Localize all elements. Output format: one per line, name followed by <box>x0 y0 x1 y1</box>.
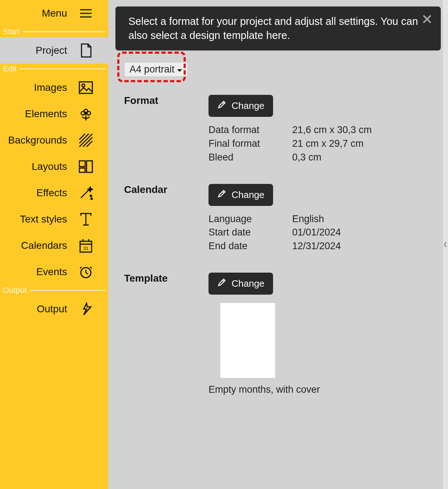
spark-icon <box>78 301 94 317</box>
sidebar-item-layouts[interactable]: Layouts <box>0 153 108 180</box>
hatch-icon <box>78 132 94 148</box>
data-format-value: 21,6 cm x 30,3 cm <box>292 123 372 137</box>
svg-point-4 <box>82 84 85 87</box>
svg-line-34 <box>223 280 224 282</box>
sidebar-item-backgrounds[interactable]: Backgrounds <box>0 127 108 153</box>
dropdown-selected: A4 portrait <box>129 64 175 75</box>
sidebar-item-label: Output <box>37 303 67 315</box>
svg-line-33 <box>223 191 224 193</box>
svg-point-18 <box>90 195 92 197</box>
menu-button[interactable]: Menu <box>0 0 108 26</box>
sidebar-item-elements[interactable]: Elements <box>0 101 108 127</box>
svg-line-9 <box>79 134 92 147</box>
template-thumbnail[interactable] <box>220 303 276 378</box>
end-date-label: End date <box>208 239 292 253</box>
section-output: Output <box>0 285 108 296</box>
svg-point-8 <box>85 112 87 114</box>
sidebar-item-calendars[interactable]: Calendars 31 <box>0 232 108 259</box>
section-edit: Edit <box>0 63 108 74</box>
clock-icon <box>78 264 94 280</box>
button-label: Change <box>232 189 264 201</box>
hamburger-icon <box>78 5 94 21</box>
layout-icon <box>78 159 94 175</box>
banner-text: Select a format for your project and adj… <box>128 16 418 41</box>
sidebar-item-label: Images <box>34 82 67 93</box>
button-label: Change <box>232 100 264 111</box>
right-collapse-handle[interactable] <box>442 0 448 489</box>
file-icon <box>78 43 94 58</box>
sidebar-item-effects[interactable]: Effects <box>0 180 108 206</box>
menu-label: Menu <box>42 8 67 19</box>
sidebar-item-output[interactable]: Output <box>0 296 108 322</box>
pencil-icon <box>217 278 227 290</box>
svg-text:31: 31 <box>83 246 88 251</box>
bleed-value: 0,3 cm <box>292 151 321 164</box>
section-start: Start <box>0 26 108 37</box>
close-icon[interactable] <box>422 14 432 24</box>
section-label: Output <box>3 286 27 295</box>
pencil-icon <box>217 100 227 112</box>
final-format-label: Final format <box>208 137 292 151</box>
svg-line-17 <box>81 190 89 198</box>
svg-rect-15 <box>87 161 92 172</box>
end-date-value: 12/31/2024 <box>292 239 341 253</box>
svg-line-29 <box>86 273 88 274</box>
section-label: Edit <box>3 64 17 74</box>
start-date-value: 01/01/2024 <box>292 226 341 239</box>
image-icon <box>78 80 94 96</box>
calendar-icon: 31 <box>78 238 94 254</box>
info-banner: Select a format for your project and adj… <box>115 6 441 50</box>
svg-rect-16 <box>79 168 85 172</box>
format-title: Format <box>124 95 208 164</box>
sidebar-item-text-styles[interactable]: Text styles <box>0 206 108 232</box>
sidebar-item-label: Elements <box>25 108 67 120</box>
data-format-label: Data format <box>208 123 292 137</box>
template-description: Empty months, with cover <box>208 384 434 395</box>
calendar-title: Calendar <box>124 184 208 253</box>
sidebar-item-label: Text styles <box>20 213 67 225</box>
sidebar-item-label: Events <box>36 266 67 278</box>
sidebar-item-images[interactable]: Images <box>0 74 108 101</box>
sidebar-item-label: Layouts <box>32 161 67 172</box>
change-format-button[interactable]: Change <box>208 95 273 117</box>
section-label: Start <box>3 27 19 36</box>
sidebar-item-label: Effects <box>36 187 67 199</box>
text-icon <box>78 211 94 227</box>
button-label: Change <box>232 278 264 289</box>
sidebar-item-label: Calendars <box>21 240 67 251</box>
chevron-down-icon <box>177 64 183 75</box>
change-template-button[interactable]: Change <box>208 273 273 295</box>
svg-point-19 <box>91 198 92 199</box>
sidebar-item-label: Project <box>36 45 67 56</box>
start-date-label: Start date <box>208 226 292 239</box>
template-title: Template <box>124 273 208 395</box>
pencil-icon <box>217 189 227 201</box>
bleed-label: Bleed <box>208 151 292 164</box>
change-calendar-button[interactable]: Change <box>208 184 273 206</box>
sidebar-item-label: Backgrounds <box>8 135 67 146</box>
sidebar-item-events[interactable]: Events <box>0 259 108 285</box>
main-content: Select a format for your project and adj… <box>108 0 448 489</box>
svg-line-32 <box>223 102 224 104</box>
language-label: Language <box>208 212 292 226</box>
wand-icon <box>78 185 94 201</box>
sidebar: Menu Start Project Edit Images Eleme <box>0 0 108 489</box>
svg-rect-3 <box>79 82 92 93</box>
language-value: English <box>292 212 324 226</box>
final-format-value: 21 cm x 29,7 cm <box>292 137 364 151</box>
format-dropdown[interactable]: A4 portrait <box>124 62 188 77</box>
svg-rect-14 <box>79 161 85 167</box>
sidebar-item-project[interactable]: Project <box>0 37 108 63</box>
flower-icon <box>78 106 94 122</box>
